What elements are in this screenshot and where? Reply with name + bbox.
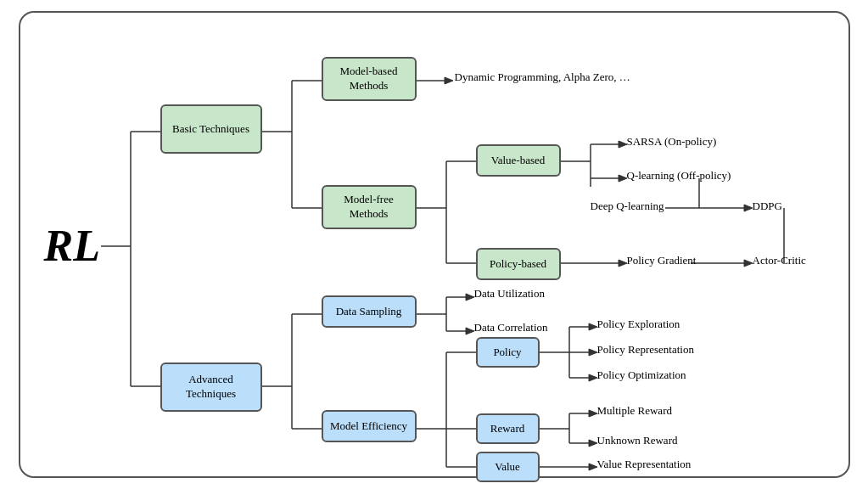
data-correlation-label: Data Correlation <box>474 321 548 334</box>
dynamic-programming-label: Dynamic Programming, Alpha Zero, … <box>455 70 630 84</box>
rl-label: RL <box>44 221 100 271</box>
svg-marker-48 <box>589 349 597 356</box>
svg-marker-37 <box>466 328 474 334</box>
data-sampling-node: Data Sampling <box>322 295 417 328</box>
qlearning-label: Q-learning (Off-policy) <box>627 169 731 183</box>
model-efficiency-node: Model Efficiency <box>322 410 417 442</box>
svg-marker-19 <box>619 175 627 182</box>
value-based-node: Value-based <box>476 144 561 177</box>
svg-marker-9 <box>445 77 453 84</box>
sarsa-label: SARSA (On-policy) <box>627 135 717 149</box>
data-utilization-label: Data Utilization <box>474 287 545 301</box>
advanced-techniques-node: Advanced Techniques <box>160 363 262 412</box>
policy-based-node: Policy-based <box>476 248 561 280</box>
svg-marker-35 <box>466 294 474 301</box>
svg-marker-58 <box>589 464 597 470</box>
ddpg-label: DDPG <box>753 200 782 213</box>
svg-marker-25 <box>619 260 627 267</box>
reward-node: Reward <box>476 413 540 444</box>
diagram-container: RL Basic Techniques Advanced Techniques … <box>19 11 850 478</box>
multiple-reward-label: Multiple Reward <box>597 404 672 418</box>
policy-node: Policy <box>476 337 540 368</box>
model-free-node: Model-free Methods <box>322 185 417 229</box>
svg-marker-50 <box>589 374 597 381</box>
svg-marker-46 <box>589 323 597 330</box>
svg-marker-54 <box>589 410 597 417</box>
actor-critic-label: Actor-Critic <box>753 254 806 267</box>
unknown-reward-label: Unknown Reward <box>597 434 678 447</box>
connector-lines <box>20 13 848 476</box>
value-node: Value <box>476 452 540 482</box>
model-based-node: Model-based Methods <box>322 57 417 101</box>
basic-techniques-node: Basic Techniques <box>160 104 262 154</box>
value-representation-label: Value Representation <box>597 458 692 471</box>
svg-marker-27 <box>744 260 753 267</box>
svg-marker-56 <box>589 440 597 447</box>
deep-qlearning-label: Deep Q-learning <box>591 200 664 213</box>
policy-exploration-label: Policy Exploration <box>597 318 680 331</box>
policy-representation-label: Policy Representation <box>597 343 694 357</box>
svg-marker-17 <box>619 141 627 148</box>
policy-optimization-label: Policy Optimization <box>597 368 686 382</box>
svg-marker-22 <box>744 205 753 211</box>
policy-gradient-label: Policy Gradient <box>627 254 697 267</box>
